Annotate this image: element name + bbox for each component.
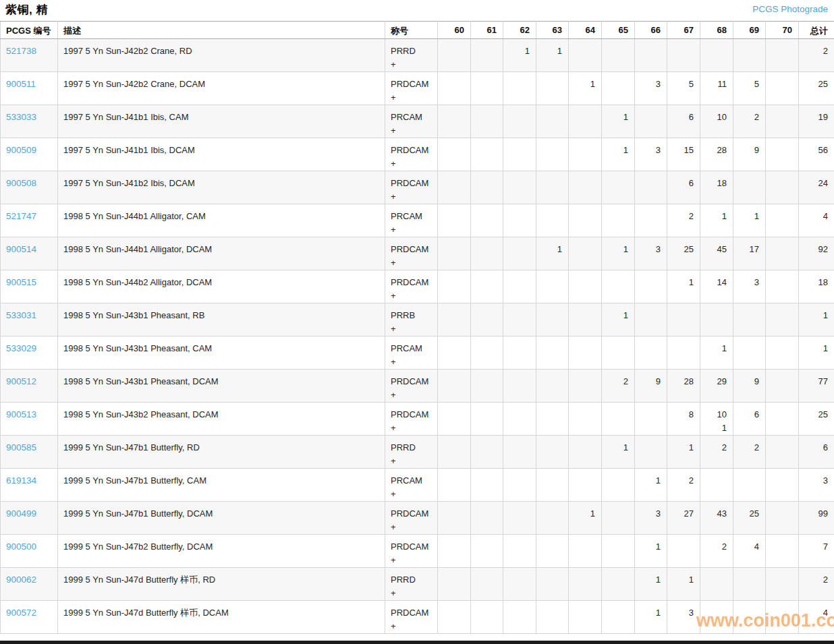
pcgs-number-link[interactable]: 900513 <box>6 409 36 419</box>
pcgs-number-link[interactable]: 900509 <box>6 145 36 155</box>
pcgs-number-link[interactable]: 900572 <box>6 608 36 618</box>
population-report-page: { "page": { "title": "紫铜, 精", "photograd… <box>0 0 834 644</box>
pcgs-number-link[interactable]: 900499 <box>6 508 36 519</box>
table-row: 5217381997 5 Yn Sun-J42b2 Crane, RDPRRD+… <box>1 39 834 72</box>
grade-cell <box>503 237 536 270</box>
grade-cell <box>700 303 733 336</box>
pcgs-number-link[interactable]: 900515 <box>6 277 36 287</box>
grade-count <box>443 144 464 157</box>
grade-plus-count <box>706 223 727 237</box>
grade-plus-count <box>509 157 530 171</box>
grade-count: 2 <box>739 441 759 455</box>
grade-count <box>771 540 792 554</box>
grade-count: 15 <box>673 144 694 157</box>
pcgs-number-link[interactable]: 521747 <box>6 211 36 221</box>
description-cell: 1997 5 Yn Sun-J41b2 Ibis, DCAM <box>58 171 385 204</box>
col-header-grade-67: 67 <box>667 22 700 39</box>
grade-count <box>476 243 497 256</box>
grade-plus-count <box>574 190 595 204</box>
grade-plus-count <box>476 256 497 270</box>
pcgs-number-link[interactable]: 521738 <box>6 46 36 56</box>
total-cell: 25 <box>799 403 834 436</box>
designation-label: PRRD <box>391 45 432 58</box>
designation-label: PRRD <box>391 573 432 587</box>
pcgs-number-link[interactable]: 900062 <box>6 575 36 585</box>
grade-plus-count <box>771 256 792 270</box>
grade-count: 3 <box>640 507 661 521</box>
pcgs-photograde-link[interactable]: PCGS Photograde <box>752 4 828 14</box>
pcgs-number-cell: 619134 <box>1 469 58 502</box>
designation-plus-label: + <box>391 256 432 270</box>
pcgs-number-link[interactable]: 533033 <box>6 112 36 122</box>
grade-cell <box>635 204 667 237</box>
grade-plus-count <box>542 620 562 633</box>
grade-cell <box>733 39 766 72</box>
grade-plus-count <box>476 58 497 71</box>
grade-cell <box>667 535 700 568</box>
grade-count <box>771 408 792 421</box>
grade-cell <box>602 601 635 634</box>
grade-plus-count <box>640 322 661 336</box>
grade-count <box>443 210 464 223</box>
grade-cell <box>766 403 799 436</box>
grade-plus-count <box>542 322 562 336</box>
pcgs-number-link[interactable]: 900512 <box>6 376 36 386</box>
grade-cell: 101 <box>700 403 733 436</box>
pcgs-number-link[interactable]: 900508 <box>6 178 36 188</box>
grade-cell <box>569 568 602 601</box>
grade-cell: 1 <box>602 436 635 469</box>
grade-cell <box>503 204 536 237</box>
grade-count <box>476 441 497 455</box>
grade-cell <box>438 436 471 469</box>
grade-count <box>574 573 595 587</box>
grade-cell <box>602 270 635 303</box>
grade-plus-count <box>542 91 562 105</box>
grade-plus-count <box>706 455 727 468</box>
grade-cell <box>503 535 536 568</box>
grade-count <box>443 243 464 256</box>
grade-plus-count <box>542 256 562 270</box>
grade-plus-count <box>640 455 661 468</box>
grade-cell <box>733 469 766 502</box>
grade-count <box>607 573 628 587</box>
grade-count <box>706 45 727 58</box>
grade-count: 8 <box>673 408 694 421</box>
grade-cell <box>438 403 471 436</box>
grade-plus-count <box>640 587 661 600</box>
grade-cell <box>503 403 536 436</box>
grade-count <box>509 177 530 190</box>
pcgs-number-link[interactable]: 900585 <box>6 442 36 452</box>
grade-plus-count <box>771 355 792 369</box>
col-header-grade-65: 65 <box>602 22 635 39</box>
pcgs-number-link[interactable]: 900514 <box>6 244 36 254</box>
designation-label: PRDCAM <box>391 375 432 388</box>
grade-count: 17 <box>739 243 759 256</box>
grade-count: 25 <box>673 243 694 256</box>
pcgs-number-link[interactable]: 533029 <box>6 343 36 353</box>
grade-count: 9 <box>739 375 759 388</box>
designation-plus-label: + <box>391 388 432 402</box>
designation-label: PRCAM <box>391 210 432 223</box>
grade-count <box>706 474 727 488</box>
pcgs-number-link[interactable]: 900511 <box>6 79 36 89</box>
page-title: 紫铜, 精 <box>5 2 48 18</box>
grade-plus-count <box>443 355 464 369</box>
grade-plus-count <box>607 421 628 435</box>
pcgs-number-link[interactable]: 900500 <box>6 541 36 552</box>
total-cell: 1 <box>799 303 834 336</box>
description-cell: 1997 5 Yn Sun-J42b2 Crane, DCAM <box>58 72 385 105</box>
pcgs-number-link[interactable]: 619134 <box>6 475 36 486</box>
pcgs-number-cell: 900513 <box>1 403 58 436</box>
grade-count: 27 <box>673 507 694 521</box>
grade-count <box>476 276 497 289</box>
designation-plus-label: + <box>391 223 432 237</box>
grade-cell <box>503 336 536 370</box>
grade-cell <box>635 403 667 436</box>
grade-plus-count <box>739 554 759 567</box>
grade-cell: 9 <box>733 138 766 171</box>
pcgs-number-link[interactable]: 533031 <box>6 310 36 320</box>
grade-cell <box>471 72 503 105</box>
grade-plus-count <box>640 190 661 204</box>
table-row: 5217471998 5 Yn Sun-J44b1 Alligator, CAM… <box>1 204 834 237</box>
designation-plus-label: + <box>391 587 432 600</box>
